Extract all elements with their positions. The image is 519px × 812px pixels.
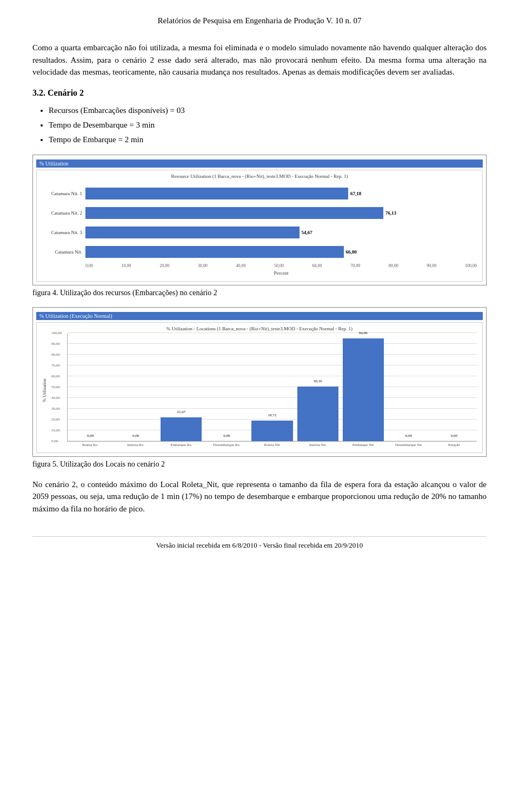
bullet-2: Tempo de Desembarque = 3 min xyxy=(49,118,487,132)
closing-paragraph: No cenário 2, o conteúdo máximo do Local… xyxy=(32,478,487,515)
grid-label: 90,00 xyxy=(51,342,60,346)
vbar-xlabel: Roleta Nit xyxy=(251,443,292,447)
vbar-bar-value: 0,00 xyxy=(132,434,139,438)
vbar-col: 0,00 xyxy=(115,333,156,441)
axis-label: 100,00 xyxy=(465,263,477,268)
chart2-inner: % Utilization - Locations (1 Barca_nova … xyxy=(36,322,483,453)
vbar-col: 21,67 xyxy=(161,333,202,441)
axis-label: 40,00 xyxy=(236,263,245,268)
axis-label: 20,00 xyxy=(159,263,169,268)
figure5-caption: figura 5. Utilização dos Locais no cenár… xyxy=(32,460,487,469)
hbar-value: 67,18 xyxy=(350,191,361,196)
vbar-chart-area: 0,0010,0020,0030,0040,0050,0060,0070,008… xyxy=(51,334,477,447)
intro-paragraph: Como a quarta embarcação não foi utiliza… xyxy=(32,42,487,78)
vbar-bar: 21,67 xyxy=(161,417,202,441)
hbar-fill xyxy=(85,207,383,219)
hbar-label: Catamara Nit. 1 xyxy=(42,191,85,196)
hbar-value: 54,67 xyxy=(301,230,312,235)
hbar-area: 67,18 xyxy=(85,188,477,199)
grid-label: 20,00 xyxy=(51,417,60,422)
vbar-outer: 0,0010,0020,0030,0040,0050,0060,0070,008… xyxy=(67,334,477,442)
page-footer: Versão inicial recebida em 6/8/2010 - Ve… xyxy=(32,536,487,550)
vbar-bar-value: 50,16 xyxy=(314,379,322,383)
hbar-fill xyxy=(85,188,348,199)
vbar-col: 18,72 xyxy=(251,333,292,441)
chart1-subtitle: Resource Utilization (1 Barca_nova - (Ri… xyxy=(42,174,477,179)
vbar-bar: 94,99 xyxy=(343,338,384,441)
vbar-bar-value: 21,67 xyxy=(177,410,185,414)
grid-label: 40,00 xyxy=(51,396,60,400)
hbar-row: Catamara Nit. 276,13 xyxy=(42,205,477,221)
grid-label: 70,00 xyxy=(51,363,60,368)
vbar-xlabel: Desembarque Ro xyxy=(206,443,247,447)
vbar-col: 0,00 xyxy=(70,333,111,441)
vbar-ylabel: % Utilization xyxy=(42,334,50,447)
chart1-container: % Utilization Resource Utilization (1 Ba… xyxy=(32,155,487,285)
axis-label: 50,00 xyxy=(274,263,284,268)
vbar-col: 0,00 xyxy=(434,333,475,441)
vbar-grid: 0,0010,0020,0030,0040,0050,0060,0070,008… xyxy=(67,334,477,442)
vbar-col: 0,00 xyxy=(388,333,429,441)
chart1-title-bar: % Utilization xyxy=(36,159,483,168)
section-heading: 3.2. Cenário 2 xyxy=(32,88,487,98)
grid-label: 50,00 xyxy=(51,385,60,389)
axis-label: 90,00 xyxy=(427,263,436,268)
vbar-bar-value: 18,72 xyxy=(268,413,277,417)
axis-label: 30,00 xyxy=(198,263,208,268)
hbar-value: 66,00 xyxy=(345,249,356,255)
vbar-xlabel: Embarque Nit xyxy=(342,443,383,447)
vbar-bar-value: 0,00 xyxy=(405,434,412,438)
vbar-xlabel: Desembarque Nit xyxy=(388,443,429,447)
chart2-container: % Utilization (Execução Normal) % Utiliz… xyxy=(32,307,487,457)
axis-label: 60,00 xyxy=(312,263,322,268)
hbar-fill xyxy=(85,246,344,258)
hbar-area: 66,00 xyxy=(85,246,477,258)
vbar-col: 0,00 xyxy=(206,333,247,441)
chart2-subtitle: % Utilization - Locations (1 Barca_nova … xyxy=(42,326,477,331)
vbar-bar-value: 0,00 xyxy=(223,434,230,438)
hbar-label: Catamara Nit. 2 xyxy=(42,210,85,216)
bullet-3: Tempo de Embarque = 2 min xyxy=(49,132,487,147)
bullet-1: Recursos (Embarcações disponíveis) = 03 xyxy=(49,103,487,118)
vbar-xlabel: Embarque Ro xyxy=(160,443,201,447)
vbar-bar-value: 94,99 xyxy=(359,331,368,335)
vbar-xlabels: Roleta RoInterna RoEmbarque RoDesembarqu… xyxy=(67,443,477,447)
chart2-title-bar: % Utilization (Execução Normal) xyxy=(36,312,483,320)
vbar-xlabel: Estação xyxy=(434,443,475,447)
grid-label: 0,00 xyxy=(51,439,58,443)
vbar-xlabel: Roleta Ro xyxy=(69,443,110,447)
chart1-inner: Resource Utilization (1 Barca_nova - (Ri… xyxy=(36,170,483,282)
hbar-axis: 0,0010,0020,0030,0040,0050,0060,0070,008… xyxy=(85,262,477,269)
vbar-bar-value: 0,00 xyxy=(451,434,457,438)
hbar-row: Catamara Nit.66,00 xyxy=(42,244,477,260)
hbar-fill xyxy=(85,227,300,238)
hbar-area: 76,13 xyxy=(85,207,477,219)
grid-label: 80,00 xyxy=(51,352,60,357)
chart1-xlabel: Percent xyxy=(85,270,477,276)
hbar-row: Catamara Nit. 354,67 xyxy=(42,224,477,241)
vbar-xlabel: Interna Ro xyxy=(115,443,156,447)
vbar-bar: 50,16 xyxy=(297,387,338,441)
vbar-bar-value: 0,00 xyxy=(87,434,94,438)
grid-label: 30,00 xyxy=(51,407,60,411)
axis-label: 80,00 xyxy=(389,263,398,268)
vbar-col: 94,99 xyxy=(343,333,384,441)
vbar-bars: 0,000,0021,670,0018,7250,1694,990,000,00 xyxy=(68,333,477,441)
scenario-bullets: Recursos (Embarcações disponíveis) = 03 … xyxy=(49,103,487,147)
hbar-row: Catamara Nit. 167,18 xyxy=(42,185,477,202)
hbar-label: Catamara Nit. 3 xyxy=(42,230,85,235)
grid-label: 100,00 xyxy=(51,331,62,335)
figure4-caption: figura 4. Utilização dos recursos (Embar… xyxy=(32,289,487,297)
grid-label: 60,00 xyxy=(51,374,60,378)
axis-label: 70,00 xyxy=(350,263,360,268)
hbar-chart: Catamara Nit. 167,18Catamara Nit. 276,13… xyxy=(42,183,477,262)
grid-label: 10,00 xyxy=(51,428,60,432)
axis-label: 0,00 xyxy=(85,263,93,268)
axis-label: 10,00 xyxy=(122,263,131,268)
vbar-bar: 18,72 xyxy=(251,421,292,441)
vbar-chart-wrap: % Utilization 0,0010,0020,0030,0040,0050… xyxy=(42,334,477,447)
hbar-area: 54,67 xyxy=(85,227,477,238)
vbar-xlabel: Interna Nit xyxy=(297,443,338,447)
hbar-label: Catamara Nit. xyxy=(42,249,85,255)
page-header: Relatórios de Pesquisa em Engenharia de … xyxy=(32,16,487,25)
